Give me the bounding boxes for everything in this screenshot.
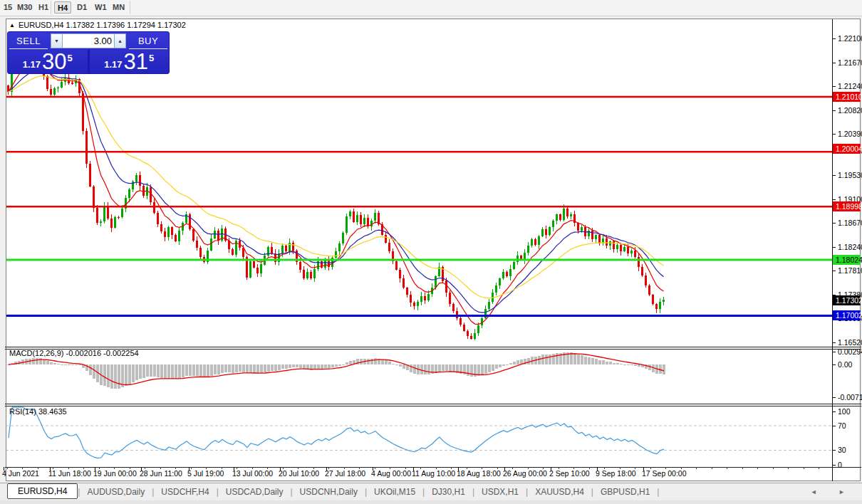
svg-text:13 Jul 00:00: 13 Jul 00:00	[232, 469, 273, 478]
sell-button[interactable]: SELL	[9, 33, 48, 49]
svg-text:17 Sep 00:00: 17 Sep 00:00	[642, 469, 687, 478]
mt4-window: 15M30H1H4D1W1MN 1.221001.216701.212401.2…	[0, 0, 862, 504]
svg-text:1.21010: 1.21010	[836, 93, 862, 101]
svg-text:1.18998: 1.18998	[836, 202, 862, 211]
tab-gbpusd-h1[interactable]: GBPUSD,H1	[593, 485, 657, 499]
timeframe-button-mn[interactable]: MN	[110, 1, 128, 14]
sell-price-prefix: 1.17	[23, 59, 41, 70]
svg-text:1.21240: 1.21240	[838, 82, 862, 90]
tab-usdcad-daily[interactable]: USDCAD,Daily	[219, 485, 291, 499]
tab-xauusd-h4[interactable]: XAUUSD,H4	[528, 485, 591, 499]
buy-price-quote[interactable]: 1.17 31 5	[90, 50, 170, 73]
one-click-trading-panel: SELL ▼ ▲ BUY 1.17 30 5 1.17 31 5	[7, 31, 170, 74]
tab-eurusd-h4[interactable]: EURUSD,H4	[7, 483, 78, 499]
timeframe-button-d1[interactable]: D1	[74, 1, 90, 14]
buy-price-pip: 5	[149, 53, 154, 63]
svg-text:0.002947: 0.002947	[838, 347, 862, 356]
svg-text:-0.00715: -0.00715	[838, 393, 862, 401]
svg-text:1.18670: 1.18670	[838, 219, 862, 227]
buy-price-big: 31	[124, 52, 148, 72]
rsi-indicator-label: RSI(14) 38.4635	[9, 407, 67, 416]
price-level-label: 1.17002	[833, 310, 862, 320]
svg-text:20 Jul 10:00: 20 Jul 10:00	[279, 469, 319, 478]
price-level-label: 1.21010	[833, 92, 862, 102]
toolbar-separator	[130, 1, 130, 14]
svg-text:1.20004: 1.20004	[836, 145, 862, 153]
svg-text:0: 0	[838, 461, 842, 469]
price-chart-canvas[interactable]: 1.221001.216701.212401.208201.203901.199…	[0, 0, 862, 504]
svg-text:11 Aug 10:00: 11 Aug 10:00	[412, 469, 455, 478]
tab-scroll-arrows[interactable]: ◄ ►	[811, 488, 855, 495]
price-level-label: 1.20004	[833, 144, 862, 154]
svg-text:5 Jul 19:00: 5 Jul 19:00	[187, 469, 224, 478]
volume-input[interactable]	[63, 33, 114, 48]
tab-dj30-h1[interactable]: DJ30,H1	[425, 485, 472, 499]
svg-text:11 Jun 18:00: 11 Jun 18:00	[48, 469, 91, 478]
price-level-label: 1.17302	[833, 295, 862, 305]
svg-text:1.17810: 1.17810	[838, 266, 862, 275]
svg-text:1.16520: 1.16520	[838, 338, 862, 347]
svg-text:19 Jun 00:00: 19 Jun 00:00	[93, 469, 137, 478]
svg-text:70: 70	[838, 421, 846, 430]
sell-price-quote[interactable]: 1.17 30 5	[8, 50, 90, 73]
svg-text:1.20390: 1.20390	[838, 130, 862, 138]
tab-ukoil-m15[interactable]: UKOil,M15	[367, 485, 422, 499]
macd-indicator-label: MACD(12,26,9) -0.002016 -0.002254	[9, 349, 139, 357]
chart-title: ▲EURUSD,H4 1.17382 1.17396 1.17294 1.173…	[9, 21, 186, 29]
chart-title-text: EURUSD,H4 1.17382 1.17396 1.17294 1.1730…	[19, 21, 186, 29]
tab-usdcnh-daily[interactable]: USDCNH,Daily	[293, 485, 365, 499]
svg-text:1.17002: 1.17002	[836, 311, 862, 320]
volume-decrease-button[interactable]: ▼	[51, 33, 63, 48]
svg-text:9 Sep 18:00: 9 Sep 18:00	[596, 469, 636, 478]
svg-text:2 Sep 10:00: 2 Sep 10:00	[549, 469, 590, 478]
price-level-label: 1.18024	[833, 255, 862, 265]
sell-price-big: 30	[42, 52, 66, 72]
timeframe-button-15[interactable]: 15	[1, 1, 15, 14]
svg-text:1.18240: 1.18240	[838, 243, 862, 251]
svg-text:1.22100: 1.22100	[838, 34, 862, 43]
timeframe-button-h4[interactable]: H4	[54, 1, 71, 14]
tab-usdx-h1[interactable]: USDX,H1	[474, 485, 526, 499]
timeframe-button-m30[interactable]: M30	[14, 1, 35, 14]
volume-increase-button[interactable]: ▲	[114, 33, 126, 48]
tab-audusd-daily[interactable]: AUDUSD,Daily	[80, 485, 152, 499]
price-level-label: 1.18998	[833, 201, 862, 211]
timeframe-button-w1[interactable]: W1	[92, 1, 110, 14]
svg-text:18 Aug 18:00: 18 Aug 18:00	[457, 469, 501, 478]
svg-text:1.21670: 1.21670	[838, 58, 862, 67]
timeframe-toolbar: 15M30H1H4D1W1MN	[0, 0, 862, 16]
bottom-edge	[0, 500, 862, 504]
svg-text:1.17302: 1.17302	[836, 296, 862, 305]
svg-text:1.19530: 1.19530	[838, 171, 862, 179]
svg-text:30: 30	[838, 446, 846, 454]
svg-text:0.00: 0.00	[838, 360, 853, 369]
chart-collapse-icon[interactable]: ▲	[9, 22, 15, 28]
svg-text:26 Aug 00:00: 26 Aug 00:00	[503, 469, 547, 478]
svg-text:1.18024: 1.18024	[836, 256, 862, 264]
toolbar-separator	[51, 1, 51, 14]
tab-usdchf-h4[interactable]: USDCHF,H4	[154, 485, 216, 499]
svg-text:1.20820: 1.20820	[838, 106, 862, 115]
timeframe-button-h1[interactable]: H1	[36, 1, 51, 14]
volume-stepper: ▼ ▲	[51, 33, 126, 48]
svg-text:27 Jul 18:00: 27 Jul 18:00	[325, 469, 365, 478]
tab-separator: |	[657, 487, 659, 497]
svg-text:4 Jun 2021: 4 Jun 2021	[2, 469, 39, 478]
svg-text:28 Jun 11:00: 28 Jun 11:00	[140, 469, 182, 478]
buy-button[interactable]: BUY	[129, 33, 167, 49]
sell-price-pip: 5	[68, 53, 73, 63]
buy-price-prefix: 1.17	[104, 59, 122, 70]
symbol-tab-bar: EURUSD,H4|AUDUSD,Daily|USDCHF,H4|USDCAD,…	[0, 483, 862, 500]
svg-text:4 Aug 00:00: 4 Aug 00:00	[371, 469, 411, 478]
svg-text:100: 100	[838, 407, 851, 416]
